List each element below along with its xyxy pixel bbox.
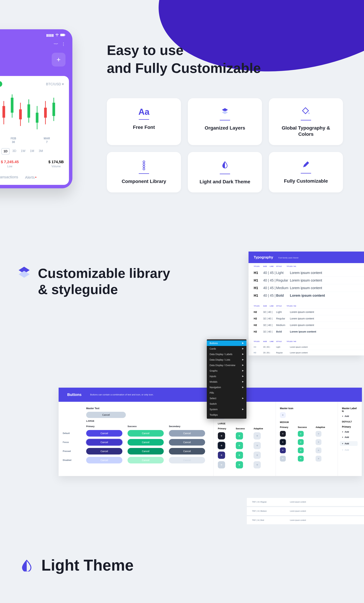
col-text-buttons: Master Text Cancel LARGE Primary Success… [59, 402, 214, 476]
menu-item[interactable]: Switch [207, 401, 247, 406]
icon-primary-focus[interactable]: + [218, 442, 225, 449]
feature-card: Fully Customizable [269, 152, 343, 192]
chart-card: 9156677 - 35.05% BTC/USD ▾ [0, 76, 69, 185]
icon-success-default[interactable]: + [298, 431, 304, 437]
icon-adaptive-focus[interactable]: + [254, 442, 261, 449]
typo-row: H140 | 45 |BoldLorem ipsum content [248, 292, 364, 299]
menu-item[interactable]: System▶ [207, 406, 247, 412]
icon-success-focus[interactable]: + [298, 439, 304, 445]
buttons-subtitle: Buttons can contain a combination of tex… [90, 393, 153, 396]
btn-success-focus[interactable]: Cancel [128, 439, 164, 446]
menu-item[interactable]: Tooltips [207, 412, 247, 417]
icon-primary-focus[interactable]: + [280, 439, 286, 445]
icon-adaptive-pressed[interactable]: + [316, 447, 321, 453]
svg-rect-17 [27, 104, 30, 118]
grid-icon [143, 161, 145, 170]
signal-icon: ▮▮▮▮ [46, 33, 54, 37]
timeframe-3D[interactable]: 3D [11, 148, 18, 154]
menu-item[interactable]: Cards▶ [207, 346, 247, 351]
icon-success-disabled: + [298, 456, 304, 462]
tab-transactions[interactable]: Transactions [0, 175, 18, 180]
typo-row: H320 | 30 |RegularLorem ipsum content [248, 350, 364, 355]
svg-rect-11 [2, 106, 5, 118]
feature-card: Component Library [107, 152, 181, 192]
more-icon[interactable]: ⋮ [61, 42, 66, 46]
btn-success-pressed[interactable]: Cancel [128, 448, 164, 454]
btn-primary-focus[interactable]: Cancel [86, 439, 122, 446]
extra-typo-row: TINY | 14 | RegularLorem ipsum content [247, 498, 364, 506]
menu-item[interactable]: Graphs▶ [207, 368, 247, 373]
add-button[interactable]: + [52, 53, 66, 67]
component-menu[interactable]: Buttons▶Cards▶Data Display / Labels▶Data… [207, 339, 247, 419]
menu-item[interactable]: Data Display / Labels▶ [207, 351, 247, 357]
feature-card: Global Typography & Colors [269, 98, 343, 145]
icon-primary-pressed[interactable]: + [280, 447, 286, 453]
icon-success-focus[interactable]: + [236, 442, 243, 449]
layers-icon [17, 265, 31, 279]
size-large-label-2: LARGE [218, 422, 271, 425]
icon-adaptive-default[interactable]: + [316, 431, 321, 437]
feature-label: Component Library [112, 178, 176, 185]
svg-rect-23 [52, 103, 55, 116]
timeframe-1D[interactable]: 1D [1, 148, 10, 154]
feature-label: Free Font [112, 124, 176, 130]
menu-item[interactable]: Navigation▶ [207, 384, 247, 390]
btn-secondary-default[interactable]: Cancel [169, 430, 205, 437]
stat-vol-label: Volume [48, 165, 64, 168]
size-medium-label: MEDIUM [280, 421, 333, 423]
menu-item[interactable]: Buttons▶ [207, 340, 247, 346]
menu-item[interactable]: Data Display / Overview▶ [207, 362, 247, 368]
feature-label: Global Typography & Colors [274, 125, 338, 138]
icon-primary-pressed[interactable]: + [218, 452, 225, 459]
svg-rect-21 [44, 108, 47, 118]
menu-item[interactable]: Data Display / Lists▶ [207, 357, 247, 362]
master-icon-label-2: Master Icon [280, 407, 333, 410]
menu-item[interactable]: Pills [207, 390, 247, 395]
add-pressed[interactable]: + Add [340, 441, 358, 446]
feature-label: Organized Layers [193, 125, 257, 131]
candlestick-chart[interactable]: $ 0.456786 [0, 90, 64, 135]
master-add-button[interactable]: + Add [342, 415, 358, 417]
extra-typo-rows: TINY | 14 | RegularLorem ipsum contentTI… [247, 498, 364, 525]
feature-label: Light and Dark Theme [193, 179, 257, 185]
master-text-button[interactable]: Cancel [86, 412, 126, 418]
timeframe-12H[interactable]: 12H [0, 148, 0, 154]
menu-item[interactable]: Modals▶ [207, 379, 247, 384]
layers-icon [221, 107, 229, 117]
typography-subtitle: Font family used: Avenir [278, 257, 298, 259]
timeframe-1M[interactable]: 1M [28, 148, 36, 154]
s3-title: Light Theme [41, 557, 134, 574]
menu-item[interactable]: Select▶ [207, 395, 247, 401]
master-icon-button-sm[interactable]: + [280, 412, 286, 418]
button-state-row: Default Cancel Cancel Cancel [63, 430, 209, 437]
btn-primary-pressed[interactable]: Cancel [86, 448, 122, 454]
btn-primary-default[interactable]: Cancel [86, 430, 122, 437]
trend-icon[interactable]: 〰 [54, 42, 58, 46]
size-large-label: LARGE [86, 420, 209, 422]
menu-item[interactable]: Inputs▶ [207, 373, 247, 379]
btn-success-disabled: Cancel [128, 457, 164, 464]
timeframe-1W[interactable]: 1W [19, 148, 27, 154]
btn-secondary-focus[interactable]: Cancel [169, 439, 205, 446]
icon-success-pressed[interactable]: + [236, 452, 243, 459]
timeframe-3M[interactable]: 3M [37, 148, 45, 154]
icon-primary-default[interactable]: + [218, 432, 225, 440]
col-label-icon: Master Label Ic + Add DEFAULT Primary + … [338, 402, 362, 476]
extra-typo-row: TINY | 13 | MediumLorem ipsum content [247, 507, 364, 515]
icon-adaptive-focus[interactable]: + [316, 439, 321, 445]
btn-secondary-pressed[interactable]: Cancel [169, 448, 205, 454]
icon-adaptive-default[interactable]: + [254, 432, 261, 440]
tab-alerts[interactable]: Alerts [25, 175, 36, 180]
icon-adaptive-pressed[interactable]: + [254, 452, 261, 459]
add-focus[interactable]: + Add [342, 436, 358, 439]
btn-success-default[interactable]: Cancel [128, 430, 164, 437]
pencil-icon [302, 161, 310, 171]
icon-success-pressed[interactable]: + [298, 447, 304, 453]
variant-success: Success [128, 425, 169, 428]
add-default[interactable]: + Add [342, 430, 358, 433]
icon-primary-default[interactable]: + [280, 431, 286, 437]
icon-success-default[interactable]: + [236, 432, 243, 440]
timeframe-selector[interactable]: 4H12H1D3D1W1M3M [0, 148, 64, 154]
pair-select[interactable]: BTC/USD ▾ [46, 82, 64, 86]
phone-tabs[interactable]: ilsHoldingsTransactionsAlerts [0, 175, 64, 180]
